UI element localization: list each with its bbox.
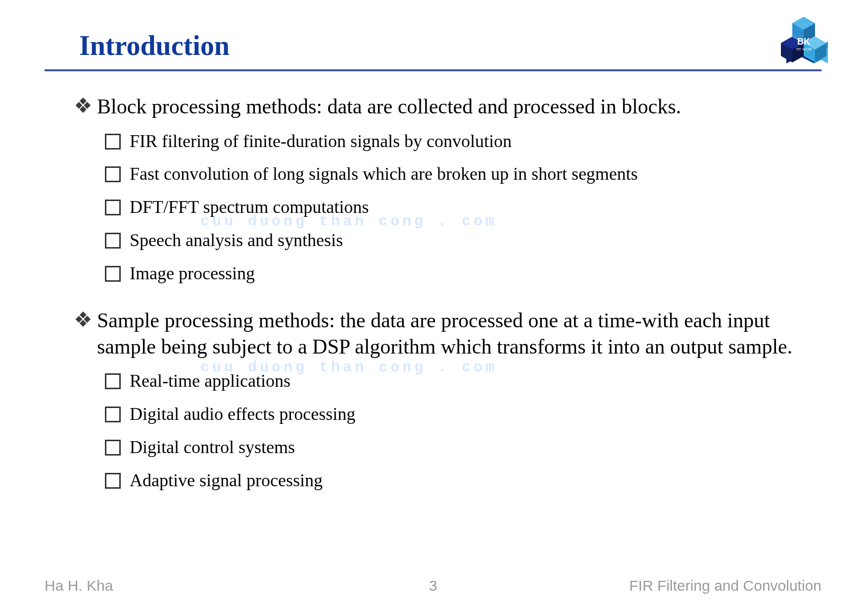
list-item: Speech analysis and synthesis [105,229,807,252]
bullet-item: ❖ Sample processing methods: the data ar… [69,307,807,359]
title-underline [45,69,821,71]
footer-topic: FIR Filtering and Convolution [629,577,821,594]
slide: Introduction [0,0,868,614]
page-title: Introduction [79,30,230,61]
sub-text: Fast convolution of long signals which a… [130,162,638,186]
bk-logo: BK TP. HCM [772,15,836,69]
square-bullet-icon [105,407,121,422]
bullet-item: ❖ Block processing methods: data are col… [69,94,807,120]
content-region: ❖ Block processing methods: data are col… [69,87,807,492]
sub-list: Real-time applications Digital audio eff… [105,369,807,492]
watermark-text: cuu duong than cong . com [200,359,497,376]
list-item: Digital control systems [105,436,807,459]
bullet-text: Sample processing methods: the data are … [97,307,807,359]
square-bullet-icon [105,266,121,282]
square-bullet-icon [105,166,121,182]
footer-author: Ha H. Kha [45,577,113,594]
list-item: Digital audio effects processing [105,403,807,426]
sub-text: FIR filtering of finite-duration signals… [130,130,512,153]
footer: Ha H. Kha 3 FIR Filtering and Convolutio… [45,577,821,594]
watermark-text: cuu duong than cong . com [200,213,497,230]
logo-text-top: BK [797,37,810,47]
footer-page-number: 3 [429,577,437,594]
square-bullet-icon [105,233,121,249]
list-item: FIR filtering of finite-duration signals… [105,130,807,153]
square-bullet-icon [105,373,121,389]
four-diamond-icon: ❖ [69,94,97,117]
bullet-text: Block processing methods: data are colle… [97,94,681,120]
sub-text: Digital audio effects processing [130,403,355,426]
square-bullet-icon [105,200,121,215]
sub-list: FIR filtering of finite-duration signals… [105,130,807,285]
list-item: Image processing [105,262,807,285]
list-item: Fast convolution of long signals which a… [105,162,807,186]
sub-text: Speech analysis and synthesis [130,229,343,252]
sub-text: Adaptive signal processing [130,469,323,492]
square-bullet-icon [105,440,121,456]
four-diamond-icon: ❖ [69,307,97,331]
square-bullet-icon [105,134,121,150]
sub-text: Digital control systems [130,436,295,459]
sub-text: Image processing [130,262,255,285]
square-bullet-icon [105,473,121,489]
logo-text-bottom: TP. HCM [796,47,812,51]
list-item: Adaptive signal processing [105,469,807,492]
